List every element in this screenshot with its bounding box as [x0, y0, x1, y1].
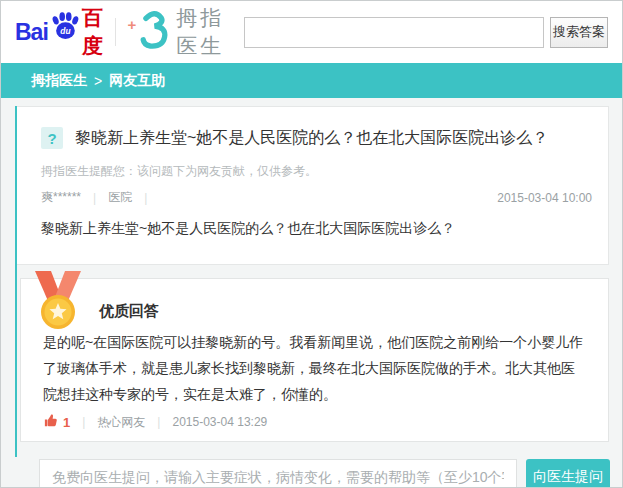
question-category[interactable]: 医院 — [108, 189, 132, 206]
ask-doctor-button[interactable]: 向医生提问 — [526, 459, 610, 488]
baidu-logo-bai: Bai — [15, 19, 48, 46]
baidu-paw-icon: du — [49, 12, 81, 44]
header-search: 搜索答案 — [244, 17, 608, 48]
question-username: 爽****** — [41, 189, 81, 206]
thumb-up-icon — [43, 413, 58, 431]
baidu-logo[interactable]: Bai du 百度 — [15, 4, 103, 60]
question-timestamp: 2015-03-04 10:00 — [497, 191, 592, 205]
meta-divider: | — [144, 191, 147, 205]
breadcrumb-section-link[interactable]: 网友互助 — [109, 72, 165, 90]
baidu-logo-chinese: 百度 — [82, 4, 103, 60]
answer-username: 热心网友 — [97, 414, 145, 431]
answer-meta: 1 | 热心网友 | 2015-03-04 13:29 — [43, 413, 586, 431]
site-name: 拇指医生 — [176, 4, 244, 60]
header: Bai du 百度 + 拇指医生 — [1, 1, 622, 63]
search-input[interactable] — [244, 17, 544, 48]
baidu-logo-du: du — [60, 26, 70, 36]
ask-bar: 向医生提问 — [39, 459, 610, 488]
ask-question-input[interactable] — [39, 459, 517, 488]
page: Bai du 百度 + 拇指医生 — [0, 0, 623, 488]
question-notice: 拇指医生提醒您：该问题下为网友贡献，仅供参考。 — [41, 163, 592, 180]
question-card: ? 黎晓新上养生堂~她不是人民医院的么？也在北大国际医院出诊么？ 拇指医生提醒您… — [17, 106, 609, 265]
content-wrapper: ? 黎晓新上养生堂~她不是人民医院的么？也在北大国际医院出诊么？ 拇指医生提醒您… — [15, 106, 609, 457]
question-meta: 爽****** | 医院 | 2015-03-04 10:00 — [41, 189, 592, 206]
meta-divider: | — [157, 415, 160, 429]
best-answer-badge: 优质回答 — [99, 302, 159, 321]
thumb-doctor-logo[interactable]: + 拇指医生 — [128, 4, 244, 60]
breadcrumb-site-link[interactable]: 拇指医生 — [31, 72, 87, 90]
search-answers-button[interactable]: 搜索答案 — [550, 17, 608, 48]
breadcrumb-separator: > — [94, 73, 102, 89]
medal-icon — [31, 271, 85, 335]
plus-icon: + — [128, 16, 137, 33]
meta-divider: | — [82, 415, 85, 429]
question-title: 黎晓新上养生堂~她不是人民医院的么？也在北大国际医院出诊么？ — [75, 128, 548, 149]
answer-timestamp: 2015-03-04 13:29 — [172, 415, 267, 429]
question-body: 黎晓新上养生堂~她不是人民医院的么？也在北大国际医院出诊么？ — [41, 220, 592, 238]
breadcrumb: 拇指医生 > 网友互助 — [1, 63, 622, 98]
meta-divider: | — [93, 191, 96, 205]
answer-card: 优质回答 是的呢~在国际医院可以挂黎晓新的号。我看新闻里说，他们医院之前刚给一个… — [20, 278, 609, 442]
thumb-glyph-icon — [137, 10, 169, 54]
header-divider — [115, 18, 116, 46]
question-mark-icon: ? — [41, 127, 63, 149]
answer-body: 是的呢~在国际医院可以挂黎晓新的号。我看新闻里说，他们医院之前刚给一个小婴儿作了… — [43, 329, 586, 407]
like-count: 1 — [63, 415, 70, 430]
like-button[interactable]: 1 — [43, 413, 70, 431]
